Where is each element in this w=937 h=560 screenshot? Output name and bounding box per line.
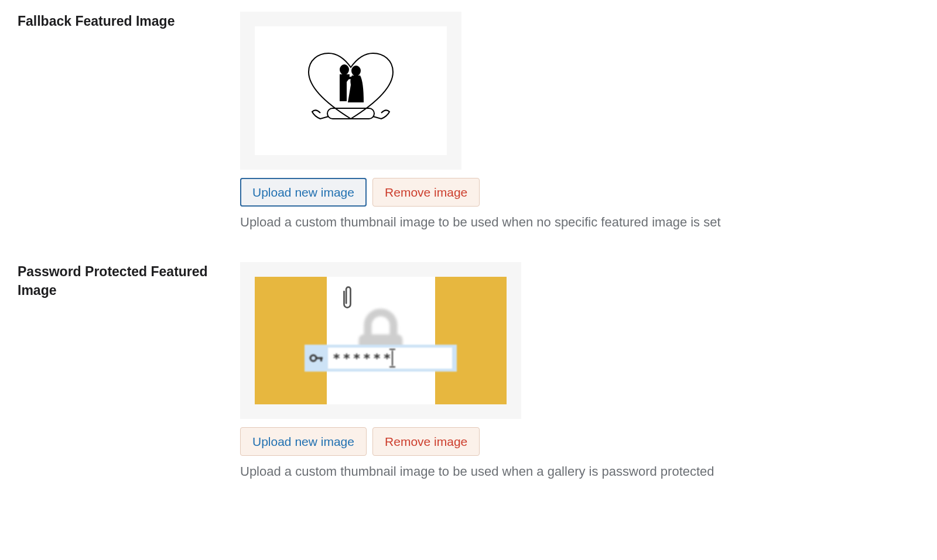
svg-rect-6: [320, 358, 322, 362]
remove-image-button[interactable]: Remove image: [372, 427, 480, 456]
text-cursor-icon: [392, 351, 393, 366]
upload-new-image-button[interactable]: Upload new image: [240, 178, 367, 207]
svg-point-1: [351, 66, 361, 76]
image-preview-frame: ******: [240, 262, 521, 419]
upload-new-image-button[interactable]: Upload new image: [240, 427, 367, 456]
setting-control: ****** Upload new image Remove image Upl…: [240, 262, 919, 479]
setting-password-protected-featured-image: Password Protected Featured Image: [18, 262, 919, 479]
document-card-graphic: [327, 277, 435, 404]
button-row: Upload new image Remove image: [240, 178, 919, 207]
svg-point-4: [310, 355, 316, 361]
svg-rect-2: [327, 108, 374, 119]
setting-control: Upload new image Remove image Upload a c…: [240, 12, 919, 230]
key-icon: [309, 351, 323, 365]
help-text: Upload a custom thumbnail image to be us…: [240, 464, 919, 479]
image-preview: ******: [255, 277, 507, 404]
setting-label: Password Protected Featured Image: [18, 262, 240, 300]
image-preview: [255, 26, 447, 155]
wedding-heart-icon: [298, 50, 403, 132]
password-field-graphic: ******: [305, 345, 457, 372]
password-mask: ******: [328, 348, 452, 369]
setting-fallback-featured-image: Fallback Featured Image: [18, 12, 919, 230]
svg-point-0: [340, 64, 349, 75]
image-preview-frame: [240, 12, 461, 170]
setting-label: Fallback Featured Image: [18, 12, 240, 30]
remove-image-button[interactable]: Remove image: [372, 178, 480, 207]
help-text: Upload a custom thumbnail image to be us…: [240, 215, 919, 230]
button-row: Upload new image Remove image: [240, 427, 919, 456]
password-mask-text: ******: [333, 351, 393, 366]
